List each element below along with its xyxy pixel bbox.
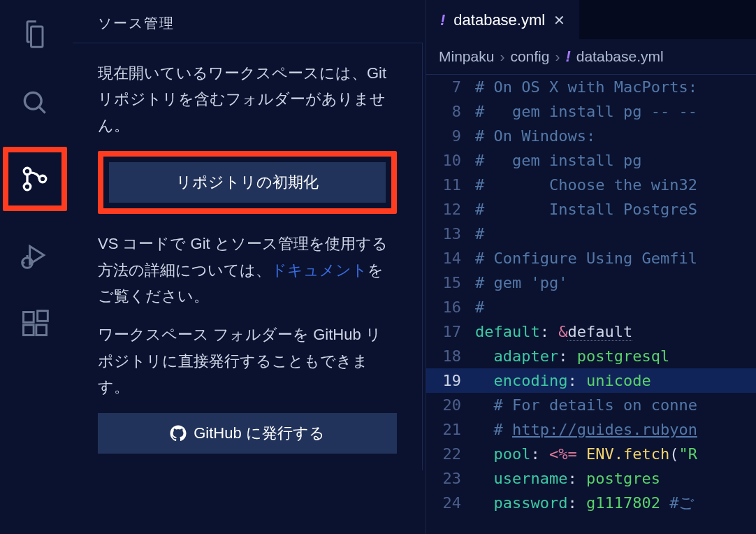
breadcrumb-item[interactable]: database.yml: [576, 48, 664, 65]
code-text[interactable]: # For details on conne: [475, 393, 756, 417]
svg-point-3: [24, 168, 31, 175]
svg-line-1: [39, 107, 45, 113]
chevron-right-icon: ›: [555, 48, 560, 65]
source-control-icon[interactable]: [8, 152, 61, 205]
line-number: 10: [426, 148, 475, 173]
code-text[interactable]: default: &default: [475, 319, 756, 344]
tab-database-yml[interactable]: ! database.yml ✕: [426, 0, 579, 39]
source-control-highlight: [3, 147, 67, 211]
code-line[interactable]: 10# gem install pg: [426, 148, 756, 173]
line-number: 21: [426, 417, 475, 442]
line-number: 24: [426, 491, 475, 515]
code-text[interactable]: # http://guides.rubyon: [475, 417, 756, 442]
line-number: 13: [426, 222, 475, 246]
code-line[interactable]: 24 password: g1117802 #ご: [426, 491, 756, 515]
docs-link[interactable]: ドキュメント: [271, 261, 368, 279]
line-number: 22: [426, 442, 475, 466]
code-line[interactable]: 14# Configure Using Gemfil: [426, 246, 756, 270]
svg-point-2: [24, 183, 31, 190]
chevron-right-icon: ›: [500, 48, 504, 65]
code-line[interactable]: 12# Install PostgreS: [426, 197, 756, 222]
code-editor[interactable]: 7# On OS X with MacPorts:8# gem install …: [426, 75, 756, 534]
line-number: 17: [426, 319, 475, 344]
scm-desc-docs: VS コードで Git とソース管理を使用する方法の詳細については、ドキュメント…: [98, 231, 397, 309]
code-text[interactable]: #: [475, 222, 756, 246]
close-tab-icon[interactable]: ✕: [553, 12, 565, 29]
code-line[interactable]: 20 # For details on conne: [426, 393, 756, 417]
code-text[interactable]: # Install PostgreS: [475, 197, 756, 222]
line-number: 7: [426, 75, 475, 99]
code-text[interactable]: #: [475, 295, 756, 319]
line-number: 23: [426, 466, 475, 491]
scm-desc-no-repo: 現在開いているワークスペースには、Git リポジトリを含むフォルダーがありません…: [98, 60, 397, 138]
code-text[interactable]: # Choose the win32: [475, 173, 756, 197]
line-number: 14: [426, 246, 475, 270]
code-line[interactable]: 13#: [426, 222, 756, 246]
line-number: 12: [426, 197, 475, 222]
code-text[interactable]: encoding: unicode: [475, 368, 756, 393]
code-text[interactable]: pool: <%= ENV.fetch("R: [475, 442, 756, 466]
svg-rect-11: [24, 325, 34, 335]
line-number: 11: [426, 173, 475, 197]
line-number: 15: [426, 270, 475, 295]
code-line[interactable]: 21 # http://guides.rubyon: [426, 417, 756, 442]
line-number: 8: [426, 99, 475, 124]
editor-area: ! database.yml ✕ Minpaku › config › ! da…: [426, 0, 756, 534]
line-number: 19: [426, 368, 475, 393]
svg-point-0: [24, 92, 41, 109]
code-line[interactable]: 9# On Windows:: [426, 124, 756, 148]
code-text[interactable]: username: postgres: [475, 466, 756, 491]
source-control-panel: ソース管理 現在開いているワークスペースには、Git リポジトリを含むフォルダー…: [70, 0, 426, 534]
yaml-file-icon: !: [565, 48, 570, 66]
tab-filename: database.yml: [453, 11, 545, 29]
line-number: 20: [426, 393, 475, 417]
breadcrumb-item[interactable]: Minpaku: [439, 48, 494, 65]
debug-icon[interactable]: [10, 231, 59, 280]
init-repo-button[interactable]: リポジトリの初期化: [109, 162, 386, 203]
extensions-icon[interactable]: [10, 299, 59, 348]
line-number: 18: [426, 344, 475, 368]
code-line[interactable]: 7# On OS X with MacPorts:: [426, 75, 756, 99]
code-line[interactable]: 15# gem 'pg': [426, 270, 756, 295]
code-text[interactable]: adapter: postgresql: [475, 344, 756, 368]
svg-rect-13: [38, 311, 48, 322]
code-line[interactable]: 8# gem install pg -- --: [426, 99, 756, 124]
line-number: 16: [426, 295, 475, 319]
line-number: 9: [426, 124, 475, 148]
scm-desc-github: ワークスペース フォルダーを GitHub リポジトリに直接発行することもできま…: [98, 322, 397, 400]
init-repo-highlight: リポジトリの初期化: [98, 151, 397, 214]
breadcrumb[interactable]: Minpaku › config › ! database.yml: [426, 39, 756, 75]
code-line[interactable]: 23 username: postgres: [426, 466, 756, 491]
panel-title: ソース管理: [70, 0, 426, 43]
svg-rect-12: [36, 325, 47, 335]
code-text[interactable]: # gem 'pg': [475, 270, 756, 295]
tab-bar: ! database.yml ✕: [426, 0, 756, 39]
code-text[interactable]: # gem install pg: [475, 148, 756, 173]
code-text[interactable]: # Configure Using Gemfil: [475, 246, 756, 270]
code-text[interactable]: # On OS X with MacPorts:: [475, 75, 756, 99]
code-line[interactable]: 18 adapter: postgresql: [426, 344, 756, 368]
yaml-file-icon: !: [440, 11, 445, 29]
code-text[interactable]: # On Windows:: [475, 124, 756, 148]
code-text[interactable]: # gem install pg -- --: [475, 99, 756, 124]
explorer-icon[interactable]: [10, 10, 59, 59]
code-text[interactable]: password: g1117802 #ご: [475, 491, 756, 515]
breadcrumb-item[interactable]: config: [510, 48, 549, 65]
publish-github-button[interactable]: GitHub に発行する: [98, 413, 397, 454]
search-icon[interactable]: [10, 78, 59, 127]
svg-rect-10: [24, 312, 34, 323]
code-line[interactable]: 22 pool: <%= ENV.fetch("R: [426, 442, 756, 466]
code-line[interactable]: 11# Choose the win32: [426, 173, 756, 197]
code-line[interactable]: 19 encoding: unicode: [426, 368, 756, 393]
code-line[interactable]: 17default: &default: [426, 319, 756, 344]
activity-bar: [0, 0, 70, 534]
github-icon: [170, 425, 187, 442]
code-line[interactable]: 16#: [426, 295, 756, 319]
